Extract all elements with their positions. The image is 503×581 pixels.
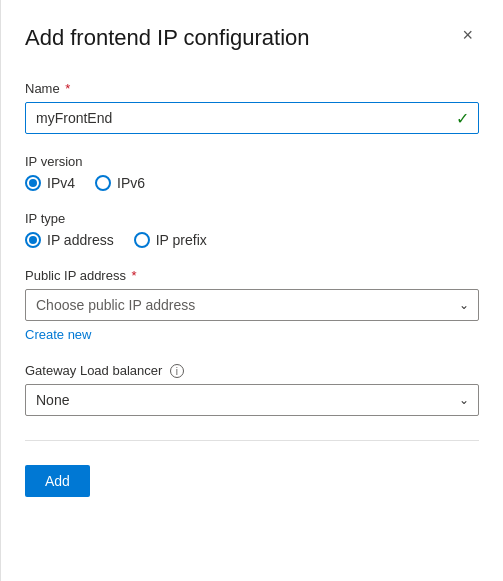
divider <box>25 440 479 441</box>
ip-prefix-radio[interactable] <box>134 232 150 248</box>
ipv6-radio[interactable] <box>95 175 111 191</box>
gateway-lb-info-icon[interactable]: i <box>170 364 184 378</box>
public-ip-dropdown[interactable]: Choose public IP address <box>25 289 479 321</box>
public-ip-dropdown-wrapper: Choose public IP address ⌄ <box>25 289 479 321</box>
ipv6-label: IPv6 <box>117 175 145 191</box>
ipv6-radio-item[interactable]: IPv6 <box>95 175 145 191</box>
name-input[interactable] <box>25 102 479 134</box>
create-new-link[interactable]: Create new <box>25 327 91 342</box>
ip-type-label: IP type <box>25 211 479 226</box>
name-required-marker: * <box>62 81 71 96</box>
ipv4-label: IPv4 <box>47 175 75 191</box>
gateway-lb-label: Gateway Load balancer i <box>25 363 479 379</box>
gateway-lb-field-group: Gateway Load balancer i None ⌄ <box>25 363 479 417</box>
name-label: Name * <box>25 81 479 96</box>
gateway-lb-dropdown-wrapper: None ⌄ <box>25 384 479 416</box>
name-check-icon: ✓ <box>456 108 469 127</box>
panel-header: Add frontend IP configuration × <box>25 24 479 53</box>
ip-prefix-label: IP prefix <box>156 232 207 248</box>
ip-type-field-group: IP type IP address IP prefix <box>25 211 479 248</box>
panel-title: Add frontend IP configuration <box>25 24 310 53</box>
ip-address-radio-item[interactable]: IP address <box>25 232 114 248</box>
public-ip-label: Public IP address * <box>25 268 479 283</box>
ipv4-radio-item[interactable]: IPv4 <box>25 175 75 191</box>
ip-prefix-radio-item[interactable]: IP prefix <box>134 232 207 248</box>
ip-version-field-group: IP version IPv4 IPv6 <box>25 154 479 191</box>
public-ip-field-group: Public IP address * Choose public IP add… <box>25 268 479 343</box>
close-button[interactable]: × <box>456 24 479 46</box>
ipv4-radio[interactable] <box>25 175 41 191</box>
gateway-lb-dropdown[interactable]: None <box>25 384 479 416</box>
add-frontend-ip-panel: Add frontend IP configuration × Name * ✓… <box>0 0 503 581</box>
ip-address-label: IP address <box>47 232 114 248</box>
name-field-group: Name * ✓ <box>25 81 479 134</box>
public-ip-required-marker: * <box>128 268 137 283</box>
name-input-wrapper: ✓ <box>25 102 479 134</box>
ip-version-label: IP version <box>25 154 479 169</box>
ip-type-radio-group: IP address IP prefix <box>25 232 479 248</box>
ip-version-radio-group: IPv4 IPv6 <box>25 175 479 191</box>
add-button[interactable]: Add <box>25 465 90 497</box>
ip-address-radio[interactable] <box>25 232 41 248</box>
